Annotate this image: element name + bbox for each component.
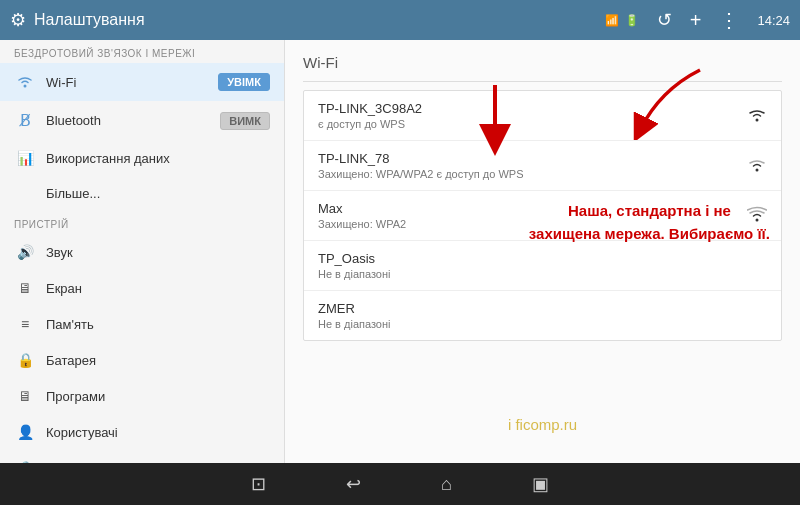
screen-button[interactable]: ⊡ <box>251 473 266 495</box>
sidebar-item-memory-label: Пам'ять <box>46 317 270 332</box>
sidebar-item-bluetooth-label: Bluetooth <box>46 113 220 128</box>
top-bar-left: ⚙ Налаштування <box>10 9 605 31</box>
bluetooth-icon: B̸ <box>14 111 36 130</box>
sidebar-item-sound[interactable]: 🔊 Звук <box>0 234 284 270</box>
sidebar-item-battery[interactable]: 🔒 Батарея <box>0 342 284 378</box>
svg-point-2 <box>756 168 759 171</box>
watermark: i ficomp.ru <box>508 416 577 433</box>
wifi-network-info: ZMER Не в діапазоні <box>318 301 767 330</box>
main-layout: БЕЗДРОТОВИЙ ЗВ'ЯЗОК І МЕРЕЖІ Wi-Fi УВІМК… <box>0 40 800 463</box>
wifi-toggle-button[interactable]: УВІМК <box>218 73 270 91</box>
wifi-signal-icon <box>747 156 767 176</box>
bottom-bar: ⊡ ↩ ⌂ ▣ <box>0 463 800 505</box>
wifi-network-status: Не в діапазоні <box>318 268 767 280</box>
svg-point-0 <box>24 84 27 87</box>
section-device-label: ПРИСТРІЙ <box>0 211 284 234</box>
sidebar-item-apps[interactable]: 🖥 Програми <box>0 378 284 414</box>
users-icon: 👤 <box>14 424 36 440</box>
wifi-network-info: TP-LINK_3C98A2 є доступ до WPS <box>318 101 747 130</box>
wifi-network-name: TP-LINK_78 <box>318 151 747 166</box>
wifi-network-name: TP_Oasis <box>318 251 767 266</box>
battery-sidebar-icon: 🔒 <box>14 352 36 368</box>
wifi-network-info: TP_Oasis Не в діапазоні <box>318 251 767 280</box>
more-icon[interactable]: ⋮ <box>719 8 739 32</box>
top-bar-right: 📶 🔋 ↺ + ⋮ 14:24 <box>605 8 790 32</box>
wifi-network-item[interactable]: TP-LINK_78 Захищено: WPA/WPA2 є доступ д… <box>304 141 781 191</box>
sidebar-item-memory[interactable]: ≡ Пам'ять <box>0 306 284 342</box>
sidebar-item-display-label: Екран <box>46 281 270 296</box>
back-button[interactable]: ↩ <box>346 473 361 495</box>
wifi-list: TP-LINK_3C98A2 є доступ до WPS TP-LINK_7… <box>303 90 782 341</box>
status-icons: 📶 🔋 <box>605 14 639 27</box>
sound-icon: 🔊 <box>14 244 36 260</box>
sidebar-item-wifi[interactable]: Wi-Fi УВІМК <box>0 63 284 101</box>
wifi-signal-icon <box>747 106 767 126</box>
sidebar-item-users-label: Користувачі <box>46 425 270 440</box>
memory-icon: ≡ <box>14 316 36 332</box>
wifi-network-status: є доступ до WPS <box>318 118 747 130</box>
page-title: Налаштування <box>34 11 145 29</box>
sidebar-item-power[interactable]: 🔒 Power management <box>0 450 284 463</box>
sidebar-item-wifi-label: Wi-Fi <box>46 75 218 90</box>
sidebar-item-data-label: Використання даних <box>46 151 270 166</box>
wifi-network-item[interactable]: ZMER Не в діапазоні <box>304 291 781 340</box>
sidebar-item-data[interactable]: 📊 Використання даних <box>0 140 284 176</box>
data-icon: 📊 <box>14 150 36 166</box>
svg-point-1 <box>756 118 759 121</box>
wifi-network-name: Max <box>318 201 747 216</box>
sidebar-item-more[interactable]: Більше... <box>0 176 284 211</box>
sidebar-item-more-label: Більше... <box>46 186 270 201</box>
apps-icon: 🖥 <box>14 388 36 404</box>
sidebar: БЕЗДРОТОВИЙ ЗВ'ЯЗОК І МЕРЕЖІ Wi-Fi УВІМК… <box>0 40 285 463</box>
sidebar-item-apps-label: Програми <box>46 389 270 404</box>
bluetooth-toggle-button[interactable]: ВИМК <box>220 112 270 130</box>
battery-icon: 🔋 <box>625 14 639 27</box>
recent-apps-button[interactable]: ▣ <box>532 473 549 495</box>
settings-gear-icon: ⚙ <box>10 9 26 31</box>
sidebar-item-power-label: Power management <box>46 461 270 464</box>
sidebar-item-sound-label: Звук <box>46 245 270 260</box>
display-icon: 🖥 <box>14 280 36 296</box>
wifi-network-status: Не в діапазоні <box>318 318 767 330</box>
wifi-network-item[interactable]: TP_Oasis Не в діапазоні <box>304 241 781 291</box>
add-icon[interactable]: + <box>690 9 702 32</box>
content-area: Wi-Fi TP-LINK_3C98A2 є доступ до WPS TP-… <box>285 40 800 463</box>
wifi-status-icon: 📶 <box>605 14 619 27</box>
power-icon: 🔒 <box>14 460 36 463</box>
home-button[interactable]: ⌂ <box>441 474 452 495</box>
wifi-icon <box>14 74 36 91</box>
sync-icon[interactable]: ↺ <box>657 9 672 31</box>
wifi-network-info: Max Захищено: WPA2 <box>318 201 747 230</box>
wifi-network-name: TP-LINK_3C98A2 <box>318 101 747 116</box>
sidebar-item-display[interactable]: 🖥 Екран <box>0 270 284 306</box>
wifi-network-item[interactable]: Max Захищено: WPA2 <box>304 191 781 241</box>
content-title: Wi-Fi <box>303 54 782 71</box>
top-bar: ⚙ Налаштування 📶 🔋 ↺ + ⋮ 14:24 <box>0 0 800 40</box>
wifi-network-status: Захищено: WPA/WPA2 є доступ до WPS <box>318 168 747 180</box>
wifi-network-name: ZMER <box>318 301 767 316</box>
clock: 14:24 <box>757 13 790 28</box>
wifi-network-item[interactable]: TP-LINK_3C98A2 є доступ до WPS <box>304 91 781 141</box>
wifi-network-status: Захищено: WPA2 <box>318 218 747 230</box>
sidebar-item-battery-label: Батарея <box>46 353 270 368</box>
wifi-network-info: TP-LINK_78 Захищено: WPA/WPA2 є доступ д… <box>318 151 747 180</box>
sidebar-item-users[interactable]: 👤 Користувачі <box>0 414 284 450</box>
svg-point-3 <box>756 218 759 221</box>
section-wireless-label: БЕЗДРОТОВИЙ ЗВ'ЯЗОК І МЕРЕЖІ <box>0 40 284 63</box>
wifi-signal-icon <box>747 206 767 226</box>
sidebar-item-bluetooth[interactable]: B̸ Bluetooth ВИМК <box>0 101 284 140</box>
